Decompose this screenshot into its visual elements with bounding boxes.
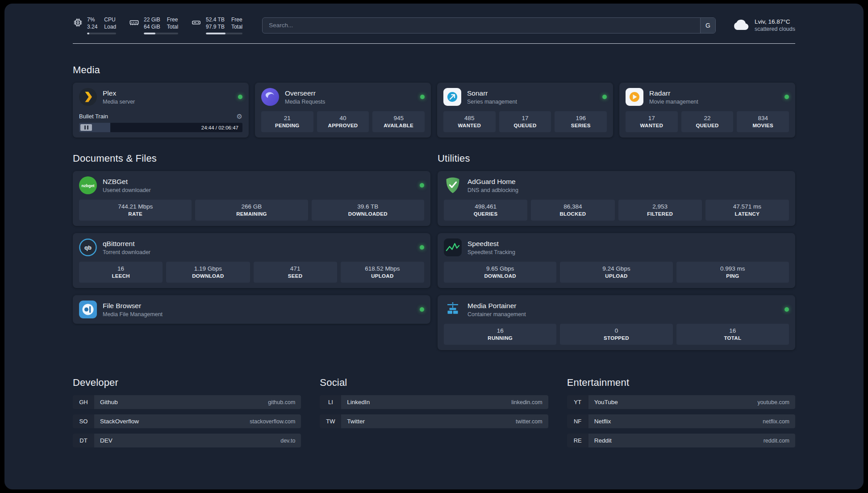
- svg-text:nzbget: nzbget: [82, 184, 95, 188]
- card-sonarr[interactable]: Sonarr Series management 485 WANTED 17 Q…: [437, 83, 613, 138]
- bookmark-stackoverflow[interactable]: SO StackOverflow stackoverflow.com: [73, 414, 301, 428]
- bookmark-dev[interactable]: DT DEV dev.to: [73, 434, 301, 447]
- app-subtitle: Media File Management: [103, 311, 414, 318]
- cpu-progress-bar: [87, 33, 116, 34]
- stat-approved: 40 APPROVED: [317, 111, 369, 132]
- now-playing-title: Bullet Train: [79, 113, 108, 120]
- app-title: AdGuard Home: [467, 178, 789, 186]
- stat-download: 9.65 Gbps DOWNLOAD: [444, 262, 556, 283]
- status-dot: [420, 307, 424, 312]
- bookmark-url: twitter.com: [516, 418, 542, 425]
- app-title: Overseerr: [285, 89, 414, 97]
- bookmark-abbr: GH: [73, 395, 94, 409]
- search-engine-button[interactable]: G: [700, 18, 715, 33]
- stat-queued: 17 QUEUED: [499, 111, 551, 132]
- bookmark-url: stackoverflow.com: [250, 418, 295, 425]
- stat-pending: 21 PENDING: [261, 111, 313, 132]
- stat-downloaded: 39.6 TB DOWNLOADED: [312, 200, 424, 221]
- search-input[interactable]: [262, 17, 716, 33]
- social-section-title: Social: [320, 377, 548, 389]
- bookmark-group-developer: Developer GH Github github.com SO StackO…: [73, 377, 301, 453]
- stat-queued: 22 QUEUED: [681, 111, 734, 132]
- stat-available: 945 AVAILABLE: [372, 111, 425, 132]
- dashboard: 7% 3.24 CPU Load: [4, 4, 864, 489]
- bookmark-group-entertainment: Entertainment YT YouTube youtube.com NF …: [567, 377, 795, 453]
- cpu-widget: 7% 3.24 CPU Load: [73, 16, 116, 34]
- weather-widget: Lviv, 16.87°C scattered clouds: [733, 18, 795, 32]
- bookmark-abbr: YT: [567, 395, 588, 409]
- card-speedtest[interactable]: Speedtest Speedtest Tracking 9.65 Gbps D…: [438, 233, 795, 288]
- disk-values: 52.4 TB 97.9 TB: [206, 16, 225, 30]
- app-subtitle: Series management: [467, 99, 597, 105]
- ram-progress-bar: [144, 33, 178, 34]
- stat-stopped: 0 STOPPED: [560, 324, 672, 345]
- bookmark-netflix[interactable]: NF Netflix netflix.com: [567, 414, 795, 428]
- speedtest-icon: [444, 238, 462, 256]
- ram-values: 22 GiB 64 GiB: [144, 16, 160, 30]
- card-media-portainer[interactable]: Media Portainer Container management 16 …: [438, 295, 795, 350]
- section-media: Media Plex Media server: [73, 64, 795, 138]
- app-subtitle: Movie management: [649, 99, 779, 105]
- bookmark-github[interactable]: GH Github github.com: [73, 395, 301, 409]
- card-adguard-home[interactable]: AdGuard Home DNS and adblocking 498,461 …: [438, 171, 795, 226]
- app-subtitle: DNS and adblocking: [467, 187, 789, 193]
- status-dot: [420, 245, 424, 250]
- stat-running: 16 RUNNING: [444, 324, 556, 345]
- app-title: Speedtest: [467, 240, 789, 248]
- pause-button[interactable]: [80, 124, 92, 131]
- bookmark-linkedin[interactable]: LI LinkedIn linkedin.com: [320, 395, 548, 409]
- bookmark-group-social: Social LI LinkedIn linkedin.com TW Twitt…: [320, 377, 548, 453]
- card-qbittorrent[interactable]: qb qBittorrent Torrent downloader 16: [73, 233, 430, 288]
- card-file-browser[interactable]: File Browser Media File Management: [73, 295, 430, 324]
- stat-ping: 0.993 ms PING: [676, 262, 789, 283]
- section-documents: Documents & Files nzbget NZBGet Usenet d…: [73, 153, 430, 350]
- file-browser-icon: [79, 301, 97, 318]
- ram-labels: Free Total: [167, 16, 178, 30]
- card-radarr[interactable]: Radarr Movie management 17 WANTED 22 QUE…: [619, 83, 795, 138]
- status-dot: [420, 95, 425, 99]
- bookmark-url: github.com: [268, 399, 295, 405]
- app-subtitle: Media Requests: [285, 99, 414, 105]
- stat-total: 16 TOTAL: [676, 324, 789, 345]
- app-title: qBittorrent: [103, 240, 414, 248]
- app-title: Plex: [103, 89, 232, 97]
- card-nzbget[interactable]: nzbget NZBGet Usenet downloader 744.21 M…: [73, 171, 430, 226]
- bookmark-abbr: NF: [567, 414, 588, 428]
- stat-queries: 498,461 QUERIES: [444, 200, 527, 221]
- disk-labels: Free Total: [231, 16, 242, 30]
- stat-wanted: 485 WANTED: [443, 111, 496, 132]
- bookmark-name: YouTube: [594, 399, 618, 405]
- status-dot: [238, 95, 242, 99]
- system-widgets: 7% 3.24 CPU Load: [73, 16, 242, 34]
- media-section-title: Media: [73, 64, 795, 76]
- ram-icon: [129, 16, 140, 28]
- card-overseerr[interactable]: Overseerr Media Requests 21 PENDING 40 A…: [255, 83, 431, 138]
- disk-icon: [191, 16, 202, 28]
- stat-seed: 471 SEED: [254, 262, 337, 283]
- bookmark-youtube[interactable]: YT YouTube youtube.com: [567, 395, 795, 409]
- stat-latency: 47.571 ms LATENCY: [705, 200, 789, 221]
- bookmark-abbr: SO: [73, 414, 94, 428]
- app-title: Media Portainer: [467, 302, 779, 310]
- plex-icon: [79, 88, 97, 106]
- app-title: NZBGet: [103, 178, 414, 186]
- cpu-values: 7% 3.24: [87, 16, 97, 30]
- bookmark-url: netflix.com: [763, 418, 789, 425]
- bookmark-twitter[interactable]: TW Twitter twitter.com: [320, 414, 548, 428]
- bookmark-url: reddit.com: [764, 438, 789, 444]
- gear-icon[interactable]: ⚙: [237, 113, 242, 120]
- card-plex[interactable]: Plex Media server Bullet Train ⚙: [73, 83, 249, 138]
- bookmark-abbr: RE: [567, 434, 588, 447]
- disk-progress-bar: [206, 33, 242, 34]
- developer-section-title: Developer: [73, 377, 301, 389]
- weather-condition: scattered clouds: [755, 26, 795, 32]
- bookmark-abbr: TW: [320, 414, 341, 428]
- status-dot: [420, 183, 424, 188]
- adguard-icon: [444, 176, 462, 194]
- playback-progress-bar[interactable]: 24:44 / 02:06:47: [79, 123, 242, 132]
- bookmark-reddit[interactable]: RE Reddit reddit.com: [567, 434, 795, 447]
- app-subtitle: Torrent downloader: [103, 249, 414, 255]
- bookmark-name: Netflix: [594, 418, 611, 425]
- portainer-icon: [444, 301, 462, 318]
- topbar-divider: [73, 43, 795, 44]
